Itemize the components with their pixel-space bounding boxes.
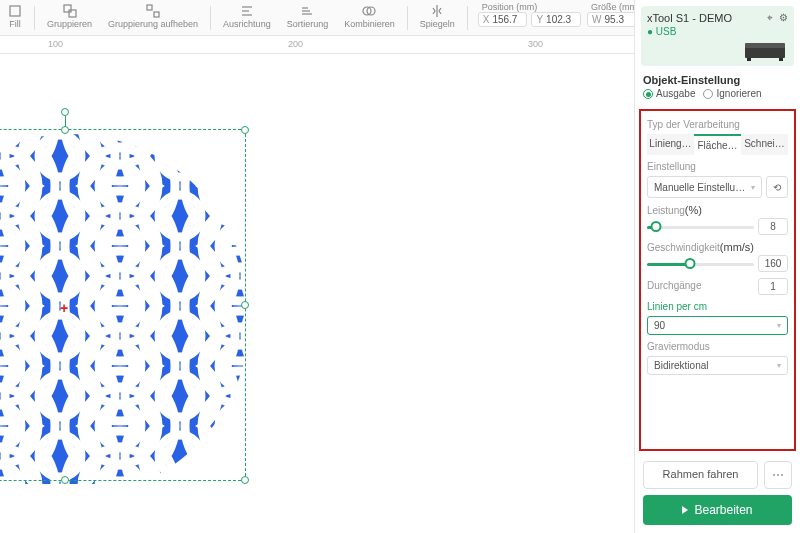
device-connection: ● USB [647, 26, 788, 37]
position-y-field[interactable]: Y102.3 [531, 12, 581, 27]
position-x-field[interactable]: X156.7 [478, 12, 528, 27]
rotation-handle[interactable] [61, 108, 69, 116]
output-label: Ausgabe [656, 88, 695, 99]
object-settings-title: Objekt-Einstellung [635, 70, 800, 88]
svg-rect-3 [147, 5, 152, 10]
sort-label: Sortierung [287, 19, 329, 29]
size-w-field[interactable]: W95.3 [587, 12, 639, 27]
device-card[interactable]: ⌖ ⚙ xTool S1 - DEMO ● USB [641, 6, 794, 66]
center-cross-icon: + [60, 300, 70, 310]
ignore-label: Ignorieren [716, 88, 761, 99]
tab-line-engrave[interactable]: Linieng… [647, 134, 694, 155]
mirror-button[interactable]: Spiegeln [412, 2, 463, 31]
speed-label: Geschwindigkeit [647, 242, 720, 253]
chevron-down-icon: ▾ [777, 321, 781, 330]
size-w-value: 95.3 [605, 14, 635, 25]
output-mode-group: Ausgabe Ignorieren [635, 88, 800, 105]
align-button[interactable]: Ausrichtung [215, 2, 279, 31]
fill-button[interactable]: Fill [0, 2, 30, 31]
position-group: Position (mm) X156.7 Y102.3 [478, 2, 581, 27]
setting-select[interactable]: Manuelle Einstellu…▾ [647, 176, 762, 198]
sort-icon [300, 4, 314, 18]
processing-tabs: Linieng… Fläche… Schnei… [647, 134, 788, 155]
fill-label: Fill [9, 19, 21, 29]
processing-settings-panel: Typ der Verarbeitung Linieng… Fläche… Sc… [639, 109, 796, 451]
combine-label: Kombinieren [344, 19, 395, 29]
more-button[interactable]: ⋯ [764, 461, 792, 489]
process-button[interactable]: Bearbeiten [643, 495, 792, 525]
resize-handle-e[interactable] [241, 301, 249, 309]
group-button[interactable]: Gruppieren [39, 2, 100, 31]
engrave-mode-label: Graviermodus [647, 341, 788, 352]
align-label: Ausrichtung [223, 19, 271, 29]
position-y-value: 102.3 [546, 14, 576, 25]
tab-cut[interactable]: Schnei… [741, 134, 788, 155]
processing-type-label: Typ der Verarbeitung [647, 119, 788, 130]
resize-handle-ne[interactable] [241, 126, 249, 134]
power-value[interactable]: 8 [758, 218, 788, 235]
svg-rect-0 [10, 6, 20, 16]
lines-per-cm-value: 90 [654, 320, 665, 331]
process-label: Bearbeiten [694, 503, 752, 517]
output-radio[interactable]: Ausgabe [643, 88, 695, 99]
mirror-label: Spiegeln [420, 19, 455, 29]
ungroup-label: Gruppierung aufheben [108, 19, 198, 29]
lines-per-cm-select[interactable]: 90▾ [647, 316, 788, 335]
lines-per-cm-label: Linien per cm [647, 301, 788, 312]
setting-label: Einstellung [647, 161, 788, 172]
sort-button[interactable]: Sortierung [279, 2, 337, 31]
power-label: Leistung [647, 205, 685, 216]
mirror-icon [430, 4, 444, 18]
speed-slider[interactable] [647, 257, 754, 271]
position-label: Position (mm) [478, 2, 581, 12]
combine-icon [362, 4, 376, 18]
speed-value[interactable]: 160 [758, 255, 788, 272]
reset-setting-button[interactable]: ⟲ [766, 176, 788, 198]
ruler-mark: 100 [48, 39, 63, 49]
speed-unit: (mm/s) [720, 241, 754, 253]
group-label: Gruppieren [47, 19, 92, 29]
chevron-down-icon: ▾ [751, 183, 755, 192]
svg-rect-37 [747, 58, 751, 61]
passes-label: Durchgänge [647, 280, 754, 291]
resize-handle-n[interactable] [61, 126, 69, 134]
resize-handle-se[interactable] [241, 476, 249, 484]
position-x-value: 156.7 [492, 14, 522, 25]
device-target-icon[interactable]: ⌖ [767, 12, 773, 24]
engrave-mode-select[interactable]: Bidirektional▾ [647, 356, 788, 375]
align-icon [240, 4, 254, 18]
fill-icon [8, 4, 22, 18]
setting-value: Manuelle Einstellu… [654, 182, 745, 193]
ruler-top: 100 200 300 [0, 36, 634, 54]
svg-rect-4 [154, 12, 159, 17]
tab-fill-engrave[interactable]: Fläche… [694, 134, 741, 155]
chevron-down-icon: ▾ [777, 361, 781, 370]
right-panel: ⌖ ⚙ xTool S1 - DEMO ● USB Objekt-Einstel… [634, 0, 800, 533]
svg-rect-1 [64, 5, 71, 12]
ignore-radio[interactable]: Ignorieren [703, 88, 761, 99]
selection-box[interactable]: + [0, 129, 246, 481]
svg-rect-36 [745, 43, 785, 48]
device-settings-icon[interactable]: ⚙ [779, 12, 788, 24]
frame-button[interactable]: Rahmen fahren [643, 461, 758, 489]
engrave-mode-value: Bidirektional [654, 360, 708, 371]
group-icon [63, 4, 77, 18]
combine-button[interactable]: Kombinieren [336, 2, 403, 31]
ruler-mark: 300 [528, 39, 543, 49]
svg-rect-38 [779, 58, 783, 61]
resize-handle-s[interactable] [61, 476, 69, 484]
canvas-area[interactable]: 100 200 300 [0, 36, 634, 533]
ungroup-icon [146, 4, 160, 18]
svg-rect-2 [69, 10, 76, 17]
power-slider[interactable] [647, 220, 754, 234]
device-image [744, 40, 786, 62]
passes-value[interactable]: 1 [758, 278, 788, 295]
ungroup-button[interactable]: Gruppierung aufheben [100, 2, 206, 31]
ruler-mark: 200 [288, 39, 303, 49]
power-unit: (%) [685, 204, 702, 216]
play-icon [682, 506, 688, 514]
